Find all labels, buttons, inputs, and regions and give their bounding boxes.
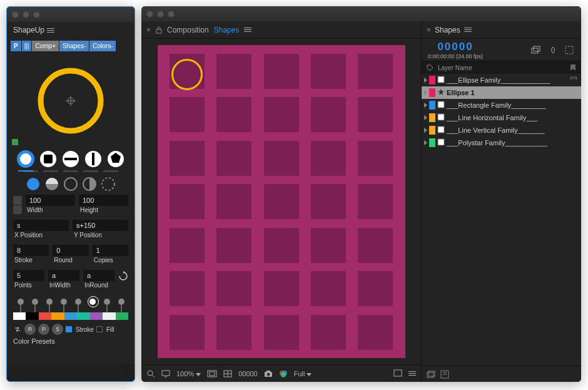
composition-tab[interactable]: × Composition Shapes <box>141 21 421 39</box>
tab-close-icon[interactable]: × <box>427 26 431 34</box>
menu-icon[interactable] <box>464 28 472 32</box>
fill-halfv-button[interactable] <box>83 177 96 191</box>
swatch-6[interactable] <box>90 312 103 320</box>
pin-6[interactable] <box>89 299 96 305</box>
expand-icon[interactable] <box>424 78 427 83</box>
layer-color-swatch[interactable] <box>429 126 435 135</box>
swap-icon[interactable] <box>13 325 22 334</box>
swatch-4[interactable] <box>64 312 77 320</box>
height-input[interactable]: 100 <box>79 195 128 206</box>
pin-4[interactable] <box>61 299 67 305</box>
minimize-icon[interactable] <box>23 11 29 18</box>
stack-icon[interactable] <box>531 46 541 54</box>
preset-p-button[interactable]: P <box>38 324 49 335</box>
width-input[interactable]: 100 <box>26 195 75 206</box>
pin-8[interactable] <box>118 299 124 305</box>
artboard[interactable] <box>158 45 405 358</box>
tab-close-icon[interactable]: × <box>146 26 151 34</box>
expand-icon[interactable] <box>424 103 427 108</box>
expand-icon[interactable] <box>424 90 427 95</box>
layer-color-swatch[interactable] <box>429 88 435 97</box>
swatch-1[interactable] <box>26 312 38 320</box>
inwidth-input[interactable]: a <box>48 270 79 281</box>
points-input[interactable]: 5 <box>13 270 44 281</box>
link-icon[interactable] <box>13 196 22 205</box>
pin-7[interactable] <box>104 299 110 305</box>
swatch-2[interactable] <box>39 312 51 320</box>
close-icon[interactable] <box>12 11 19 18</box>
bookmark-icon[interactable] <box>570 64 576 71</box>
expand-icon[interactable] <box>424 128 427 133</box>
shape-rect-button[interactable] <box>39 150 57 168</box>
pin-5[interactable] <box>75 299 81 305</box>
ellipse-shape[interactable] <box>171 59 203 90</box>
menu-icon[interactable] <box>408 371 416 376</box>
tag-colors[interactable]: Colors- <box>89 41 116 51</box>
menu-icon[interactable] <box>47 28 54 33</box>
layer-row[interactable]: Ellipse 1 <box>422 86 581 99</box>
zoom-icon[interactable] <box>168 11 175 18</box>
tag-shapes[interactable]: Shapes- <box>59 41 89 51</box>
stroke-input[interactable]: 8 <box>13 245 49 256</box>
magnify-icon[interactable] <box>146 369 155 378</box>
titlebar-main[interactable] <box>141 6 581 21</box>
fill-dotted-button[interactable] <box>101 177 115 191</box>
toggle-icon-2[interactable] <box>440 370 449 379</box>
stroke-checkbox[interactable] <box>66 326 72 332</box>
ypos-input[interactable]: s+150 <box>73 220 128 231</box>
preset-r-button[interactable]: R <box>24 324 36 335</box>
layers-tab[interactable]: × Shapes <box>422 21 581 39</box>
tag-bars[interactable]: ||| <box>22 41 32 51</box>
menu-icon[interactable] <box>244 28 251 32</box>
color-icon[interactable] <box>279 369 288 378</box>
layer-color-swatch[interactable] <box>429 101 435 110</box>
titlebar[interactable] <box>7 7 134 22</box>
quality-value[interactable]: Full <box>294 370 312 377</box>
layer-color-swatch[interactable] <box>429 76 435 85</box>
fill-solid-button[interactable] <box>26 177 40 191</box>
shape-ellipse-button[interactable] <box>17 150 34 168</box>
layer-color-swatch[interactable] <box>429 138 435 147</box>
close-icon[interactable] <box>146 11 153 18</box>
shy-icon[interactable] <box>549 46 557 54</box>
preset-s-button[interactable]: S <box>52 324 63 335</box>
layer-color-swatch[interactable] <box>429 113 435 122</box>
expand-icon[interactable] <box>424 140 427 145</box>
swatch-7[interactable] <box>103 312 115 320</box>
swatch-0[interactable] <box>13 312 26 320</box>
swatch-5[interactable] <box>77 312 89 320</box>
layer-row[interactable]: ___Polystar Family___________ <box>422 136 581 149</box>
layer-row[interactable]: ___Rectangle Family_________ <box>422 99 581 111</box>
pin-3[interactable] <box>46 299 53 305</box>
fill-halfh-button[interactable] <box>45 177 59 191</box>
frame-blend-icon[interactable] <box>565 46 575 54</box>
round-input[interactable]: 0 <box>53 245 88 256</box>
xpos-input[interactable]: s <box>13 220 69 231</box>
refresh-icon[interactable] <box>118 271 128 281</box>
shape-line-h-button[interactable] <box>62 150 79 168</box>
toggle-icon-1[interactable] <box>427 370 435 379</box>
swatch-3[interactable] <box>51 312 64 320</box>
pin-2[interactable] <box>32 299 38 305</box>
pin-1[interactable] <box>18 299 24 305</box>
camera-icon[interactable] <box>264 370 273 377</box>
layer-row[interactable]: ___Line Horizontal Family___ <box>422 111 581 124</box>
link-icon-2[interactable] <box>13 205 22 214</box>
frame-value[interactable]: 00000 <box>238 370 258 377</box>
zoom-value[interactable]: 100% <box>176 370 201 377</box>
fill-ring-button[interactable] <box>64 177 78 191</box>
grid-icon[interactable] <box>223 370 232 377</box>
expand-icon[interactable] <box>424 115 427 120</box>
timecode[interactable]: 00000 <box>437 41 473 53</box>
link-icon[interactable] <box>570 76 577 84</box>
view-icon[interactable] <box>393 369 402 377</box>
aspect-icon[interactable] <box>207 370 217 377</box>
zoom-icon[interactable] <box>33 11 40 18</box>
shape-polystar-button[interactable] <box>107 150 124 168</box>
layer-row[interactable]: ___Line Vertical Family_______ <box>422 124 581 136</box>
monitor-icon[interactable] <box>161 370 170 377</box>
minimize-icon[interactable] <box>157 11 164 18</box>
shape-line-v-button[interactable] <box>84 150 102 168</box>
tag-p[interactable]: P <box>11 41 21 51</box>
swatch-8[interactable] <box>116 312 128 320</box>
